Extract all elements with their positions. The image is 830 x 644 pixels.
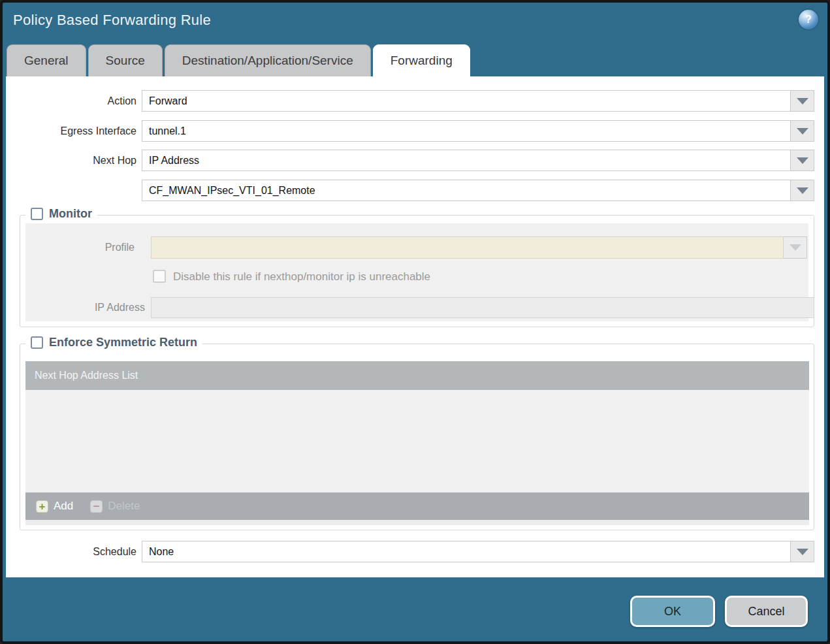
help-icon[interactable]: ? xyxy=(799,10,818,29)
egress-interface-input[interactable] xyxy=(142,120,791,142)
monitor-profile-dropdown-button xyxy=(784,236,807,259)
schedule-dropdown-button[interactable] xyxy=(791,541,814,562)
monitor-ip-address-label: IP Address xyxy=(25,297,145,318)
next-hop-address-list-body[interactable] xyxy=(25,390,809,492)
policy-based-forwarding-dialog: Policy Based Forwarding Rule ? General S… xyxy=(0,0,830,644)
monitor-checkbox[interactable] xyxy=(31,208,43,220)
action-dropdown-button[interactable] xyxy=(791,90,814,112)
next-hop-type-input[interactable] xyxy=(142,150,791,171)
delete-button: − Delete xyxy=(90,500,140,513)
delete-button-label: Delete xyxy=(108,500,140,513)
chevron-down-icon xyxy=(790,244,801,251)
chevron-down-icon xyxy=(797,128,808,135)
chevron-down-icon xyxy=(797,157,808,164)
action-input[interactable] xyxy=(142,90,791,112)
next-hop-type-dropdown-button[interactable] xyxy=(791,150,814,171)
enforce-symmetric-return-checkbox[interactable] xyxy=(31,336,43,349)
egress-interface-dropdown-button[interactable] xyxy=(791,120,814,142)
enforce-symmetric-return-legend: Enforce Symmetric Return xyxy=(25,336,202,349)
monitor-ip-address-input xyxy=(151,297,814,318)
monitor-legend-label: Monitor xyxy=(49,207,92,221)
monitor-section: Monitor Profile Disable this rule if nex… xyxy=(20,215,814,327)
disable-rule-checkbox xyxy=(153,270,166,283)
next-hop-address-table: Next Hop Address List + Add − Delete xyxy=(25,361,809,525)
chevron-down-icon xyxy=(797,98,808,105)
add-button-label: Add xyxy=(54,500,73,513)
cancel-button[interactable]: Cancel xyxy=(725,596,808,627)
next-hop-label: Next Hop xyxy=(9,150,136,171)
table-bottom-strip xyxy=(25,520,809,525)
forwarding-tab-panel: Action Egress Interface Next Hop xyxy=(6,76,824,577)
dialog-title: Policy Based Forwarding Rule xyxy=(13,12,211,29)
tab-bar: General Source Destination/Application/S… xyxy=(7,44,470,76)
schedule-input[interactable] xyxy=(142,541,791,562)
action-label: Action xyxy=(9,90,136,112)
ok-button[interactable]: OK xyxy=(630,596,715,627)
table-toolbar: + Add − Delete xyxy=(25,492,809,520)
monitor-disabled-panel: Profile Disable this rule if nexthop/mon… xyxy=(25,223,808,321)
tab-source[interactable]: Source xyxy=(88,44,163,76)
next-hop-address-input[interactable] xyxy=(142,180,791,201)
disable-rule-label: Disable this rule if nexthop/monitor ip … xyxy=(173,270,430,284)
add-button[interactable]: + Add xyxy=(36,500,73,513)
monitor-legend: Monitor xyxy=(25,207,97,221)
next-hop-address-dropdown-button[interactable] xyxy=(791,180,814,201)
enforce-symmetric-return-section: Enforce Symmetric Return Next Hop Addres… xyxy=(20,344,814,530)
tab-destination-application-service[interactable]: Destination/Application/Service xyxy=(165,44,371,76)
chevron-down-icon xyxy=(797,549,808,555)
delete-icon: − xyxy=(90,500,103,513)
tab-forwarding[interactable]: Forwarding xyxy=(373,44,470,76)
add-icon: + xyxy=(36,500,48,513)
egress-interface-label: Egress Interface xyxy=(9,120,136,142)
chevron-down-icon xyxy=(797,187,808,194)
next-hop-address-list-header: Next Hop Address List xyxy=(25,361,809,390)
profile-label: Profile xyxy=(25,236,135,258)
tab-general[interactable]: General xyxy=(7,44,86,76)
enforce-symmetric-return-legend-label: Enforce Symmetric Return xyxy=(49,336,197,349)
monitor-profile-input xyxy=(151,236,784,259)
schedule-label: Schedule xyxy=(9,541,136,562)
